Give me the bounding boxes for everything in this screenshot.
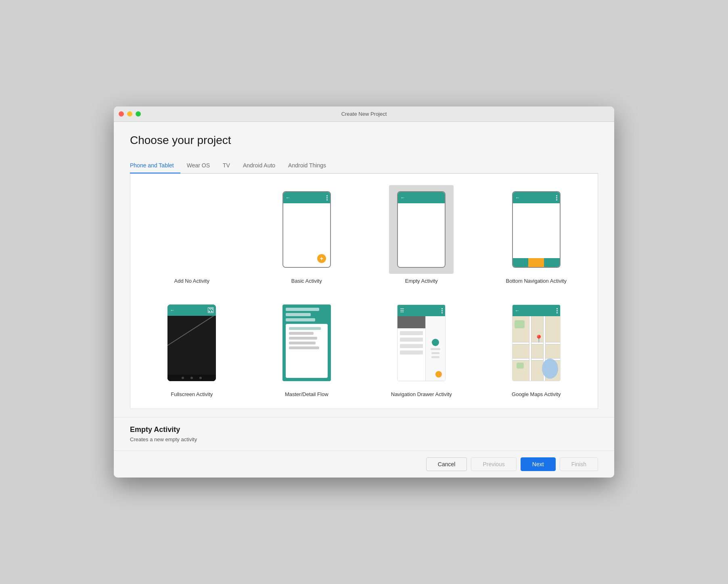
md-card-line-4 [289, 342, 316, 344]
md-line-1 [286, 308, 319, 311]
nav-drawer-thumbnail: ☰ [389, 298, 454, 387]
fs-body [167, 316, 216, 381]
bottom-nav-header: ← [513, 192, 560, 203]
footer: Cancel Previous Next Finish [114, 451, 614, 478]
window-title: Create New Project [341, 111, 387, 117]
description-title: Empty Activity [130, 425, 598, 434]
activity-grid-container: Add No Activity ← [130, 173, 598, 409]
activity-google-maps[interactable]: ← [483, 295, 590, 400]
next-button[interactable]: Next [521, 457, 556, 471]
basic-activity-thumbnail: ← + [274, 185, 339, 274]
tabs-bar: Phone and Tablet Wear OS TV Android Auto… [130, 158, 598, 173]
fs-back-icon: ← [170, 307, 175, 313]
md-card-line-1 [289, 327, 321, 330]
tab-phone-tablet[interactable]: Phone and Tablet [130, 158, 180, 173]
no-activity-label: Add No Activity [174, 278, 209, 284]
nd-fab-icon [435, 371, 442, 378]
description-section: Empty Activity Creates a new empty activ… [114, 417, 614, 451]
master-detail-thumbnail [274, 298, 339, 387]
activity-master-detail[interactable]: Master/Detail Flow [253, 295, 360, 400]
empty-back-arrow-icon: ← [400, 195, 405, 200]
tab-android-things[interactable]: Android Things [282, 158, 333, 173]
title-bar: Create New Project [114, 106, 614, 122]
description-text: Creates a new empty activity [130, 436, 598, 442]
md-card-line-3 [289, 337, 317, 340]
maximize-button[interactable] [136, 111, 141, 117]
basic-activity-label: Basic Activity [291, 278, 322, 284]
basic-body: + [283, 203, 330, 267]
maps-body: 📍 [513, 316, 560, 381]
maps-header: ← [513, 305, 560, 316]
map-water [542, 359, 558, 379]
fs-dot-3 [199, 377, 202, 379]
tab-tv[interactable]: TV [216, 158, 236, 173]
nd-item-3 [400, 344, 423, 348]
cancel-button[interactable]: Cancel [426, 457, 467, 471]
minimize-button[interactable] [127, 111, 132, 117]
bottom-nav-label: Bottom Navigation Activity [506, 278, 567, 284]
fs-expand-icon [208, 307, 213, 313]
nd-main [426, 316, 445, 381]
empty-activity-mockup: ← [397, 191, 446, 268]
close-button[interactable] [119, 111, 124, 117]
nd-header: ☰ [397, 305, 445, 316]
menu-dots-icon [326, 195, 328, 200]
maps-back-icon: ← [515, 308, 520, 313]
fs-dot-2 [190, 377, 193, 379]
tab-wear-os[interactable]: Wear OS [180, 158, 216, 173]
nd-circle-icon [432, 339, 439, 346]
fullscreen-thumbnail: ← [159, 298, 224, 387]
md-card-line-2 [289, 332, 314, 335]
finish-button[interactable]: Finish [560, 457, 598, 471]
empty-activity-label: Empty Activity [405, 278, 438, 284]
no-activity-visual [167, 191, 216, 268]
activity-fullscreen[interactable]: ← [138, 295, 245, 400]
nd-line-3 [431, 356, 439, 358]
empty-body [398, 203, 445, 267]
map-green-1 [515, 320, 525, 328]
google-maps-thumbnail: ← [504, 298, 569, 387]
activity-empty[interactable]: ← Empty Activity [368, 182, 475, 287]
activity-bottom-nav[interactable]: ← [483, 182, 590, 287]
master-detail-label: Master/Detail Flow [285, 391, 328, 397]
fullscreen-mockup: ← [167, 305, 216, 381]
bnav-section-1 [513, 258, 529, 267]
nd-line-1 [431, 348, 440, 350]
md-card-line-5 [289, 346, 319, 349]
bottom-nav-menu-icon [556, 195, 557, 200]
no-activity-thumbnail [159, 185, 224, 274]
tab-android-auto[interactable]: Android Auto [236, 158, 282, 173]
maps-dots-icon [556, 308, 558, 313]
md-line-3 [286, 318, 315, 321]
nd-line-2 [431, 352, 439, 354]
nd-drawer-header [397, 316, 425, 328]
basic-activity-mockup: ← + [282, 191, 331, 268]
activity-nav-drawer[interactable]: ☰ [368, 295, 475, 400]
map-road-v1 [529, 316, 531, 381]
nd-dots-icon [441, 308, 443, 313]
empty-header: ← [398, 192, 445, 203]
bottom-nav-back-icon: ← [515, 195, 520, 200]
bottom-nav-mockup: ← [512, 191, 561, 268]
main-window: Create New Project Choose your project P… [114, 106, 614, 478]
fs-header: ← [167, 305, 216, 316]
bnav-section-2 [528, 258, 544, 267]
bottom-nav-body [513, 203, 560, 258]
map-pin-icon: 📍 [534, 334, 543, 343]
md-lines [286, 308, 328, 321]
nd-item-4 [400, 350, 423, 355]
bnav-section-3 [544, 258, 560, 267]
master-detail-mockup [282, 305, 331, 381]
activity-basic[interactable]: ← + Basic Acti [253, 182, 360, 287]
nd-item-1 [400, 331, 423, 335]
fs-dot-1 [182, 377, 184, 379]
md-line-2 [286, 313, 311, 316]
nd-menu-icon: ☰ [400, 308, 404, 313]
nd-item-2 [400, 338, 423, 342]
fs-bottom-bar [167, 375, 216, 381]
main-content: Choose your project Phone and Tablet Wea… [114, 122, 614, 417]
activity-no-activity[interactable]: Add No Activity [138, 182, 245, 287]
previous-button[interactable]: Previous [471, 457, 516, 471]
md-card [286, 324, 328, 378]
nav-drawer-label: Navigation Drawer Activity [391, 391, 452, 397]
